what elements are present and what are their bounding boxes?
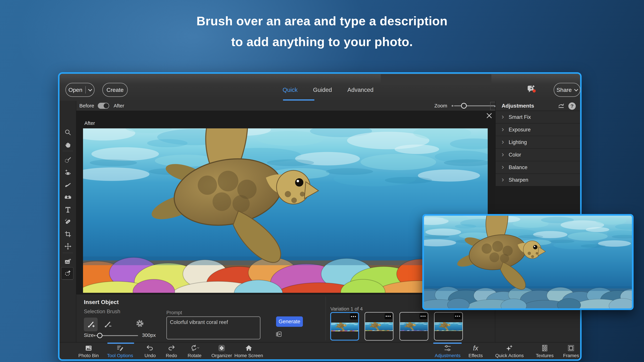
home-icon <box>234 344 263 352</box>
hand-tool-icon[interactable] <box>64 141 72 148</box>
taskbar-textures[interactable]: Textures <box>536 344 554 358</box>
taskbar-tool-options[interactable]: Tool Options <box>107 344 133 358</box>
size-value: 300px <box>142 332 156 338</box>
size-slider-knob[interactable] <box>97 333 102 338</box>
zoom-control: Zoom <box>434 103 496 109</box>
more-options-icon[interactable]: ••• <box>454 313 462 319</box>
after-label: After <box>114 103 124 109</box>
move-tool-icon[interactable] <box>64 243 72 250</box>
prompt-input[interactable] <box>166 317 260 339</box>
whats-new-icon[interactable] <box>526 84 537 94</box>
adjustment-row-sharpen[interactable]: › Sharpen <box>496 174 580 186</box>
variation-thumbnail-2[interactable]: ••• <box>364 312 394 341</box>
more-options-icon[interactable]: ••• <box>384 313 392 319</box>
selection-brush-label: Selection Brush <box>84 309 120 315</box>
adjustment-row-exposure[interactable]: › Exposure <box>496 123 580 136</box>
size-label: Size <box>84 332 94 338</box>
taskbar-label: Undo <box>144 353 156 358</box>
tool-divider <box>62 151 73 151</box>
headline-line1: Brush over an area and type a descriptio… <box>0 11 644 31</box>
zoom-tool-icon[interactable] <box>64 129 72 136</box>
taskbar: Photo Bin Tool Options Undo <box>60 342 580 359</box>
taskbar-label: Rotate <box>188 353 202 358</box>
taskbar-quick-actions[interactable]: Quick Actions <box>495 344 524 358</box>
adjustment-row-color[interactable]: › Color <box>496 149 580 161</box>
taskbar-photo-bin[interactable]: Photo Bin <box>78 344 98 358</box>
titlebar-patch <box>381 74 492 85</box>
taskbar-rotate[interactable]: Rotate <box>188 344 202 358</box>
taskbar-frames[interactable]: Frames <box>563 344 579 358</box>
adjustment-row-lighting[interactable]: › Lighting <box>496 136 580 149</box>
adjustment-row-smart-fix[interactable]: › Smart Fix <box>496 111 580 123</box>
more-options-icon[interactable]: ••• <box>350 314 358 320</box>
canvas-view-label: After <box>84 120 95 126</box>
variations-stack-icon[interactable] <box>275 331 282 338</box>
brush-settings-gear-icon[interactable] <box>135 319 144 328</box>
tab-quick[interactable]: Quick <box>282 86 298 93</box>
active-tab-underline <box>283 99 314 100</box>
red-eye-tool-icon[interactable] <box>64 169 72 176</box>
crop-tool-icon[interactable] <box>64 230 72 238</box>
undo-icon <box>144 344 156 352</box>
adjustments-panel-title: Adjustments <box>502 103 534 109</box>
variation-preview <box>434 322 462 331</box>
redo-icon <box>166 344 177 352</box>
tab-advanced[interactable]: Advanced <box>347 86 374 93</box>
subtract-from-selection-brush-button[interactable] <box>100 318 114 331</box>
type-tool-icon[interactable] <box>64 206 72 213</box>
open-button-label: Open <box>68 87 82 93</box>
taskbar-home-screen[interactable]: Home Screen <box>234 344 263 358</box>
open-button[interactable]: Open <box>66 83 94 97</box>
taskbar-undo[interactable]: Undo <box>144 344 156 358</box>
quick-actions-sparkles-icon <box>495 344 524 352</box>
straighten-tool-icon[interactable] <box>64 194 72 201</box>
zoom-slider-knob[interactable] <box>461 103 467 109</box>
help-icon[interactable]: ? <box>568 102 576 110</box>
adjustment-label: Lighting <box>509 139 527 145</box>
prompt-label: Prompt <box>166 310 182 316</box>
tool-column <box>60 101 76 342</box>
reset-icon[interactable] <box>557 102 565 110</box>
taskbar-label: Frames <box>563 353 579 358</box>
close-icon[interactable] <box>486 112 493 119</box>
add-to-selection-brush-button[interactable] <box>84 318 98 331</box>
variation-preview <box>400 322 428 331</box>
taskbar-label: Redo <box>166 353 177 358</box>
quick-selection-tool-icon[interactable] <box>64 157 72 164</box>
zoom-slider-dash <box>452 105 453 107</box>
ai-selection-tool-icon[interactable] <box>64 270 72 277</box>
create-button[interactable]: Create <box>102 83 128 97</box>
share-button[interactable]: Share <box>554 83 580 97</box>
variation-preview <box>365 322 393 331</box>
variation-label: Variation 1 of 4 <box>330 306 363 312</box>
create-button-label: Create <box>106 87 124 93</box>
adjustment-row-balance[interactable]: › Balance <box>496 161 580 174</box>
tool-divider <box>62 280 73 280</box>
taskbar-adjustments[interactable]: Adjustments <box>435 344 460 358</box>
title-bar: Open Create Quick Guided Advanced Share <box>60 74 580 101</box>
generate-button[interactable]: Generate <box>276 317 303 327</box>
whiten-teeth-tool-icon[interactable] <box>64 181 72 189</box>
chevron-down-icon[interactable] <box>88 87 92 91</box>
variation-thumbnail-4[interactable]: ••• <box>434 312 463 341</box>
taskbar-effects[interactable]: fx Effects <box>468 344 483 358</box>
adjustment-label: Smart Fix <box>509 114 531 120</box>
ai-photo-tool-icon[interactable] <box>64 258 72 265</box>
variation-thumbnail-1[interactable]: ••• <box>330 312 359 341</box>
share-button-label: Share <box>556 87 572 93</box>
more-options-icon[interactable]: ••• <box>420 313 427 319</box>
taskbar-label: Quick Actions <box>495 353 524 358</box>
taskbar-label: Tool Options <box>107 353 133 358</box>
brush-size-slider[interactable] <box>96 335 138 336</box>
panel-divider <box>326 297 326 340</box>
spot-healing-tool-icon[interactable] <box>64 218 72 226</box>
taskbar-redo[interactable]: Redo <box>166 344 177 358</box>
tab-guided[interactable]: Guided <box>313 86 332 93</box>
variation-thumbnail-3[interactable]: ••• <box>400 312 428 341</box>
original-photo-preview[interactable] <box>422 214 634 310</box>
zoom-slider[interactable] <box>454 105 496 106</box>
before-after-toggle[interactable] <box>98 103 109 109</box>
taskbar-organizer[interactable]: Organizer <box>212 344 232 358</box>
rotate-icon <box>188 344 202 352</box>
zoom-label: Zoom <box>434 103 447 109</box>
